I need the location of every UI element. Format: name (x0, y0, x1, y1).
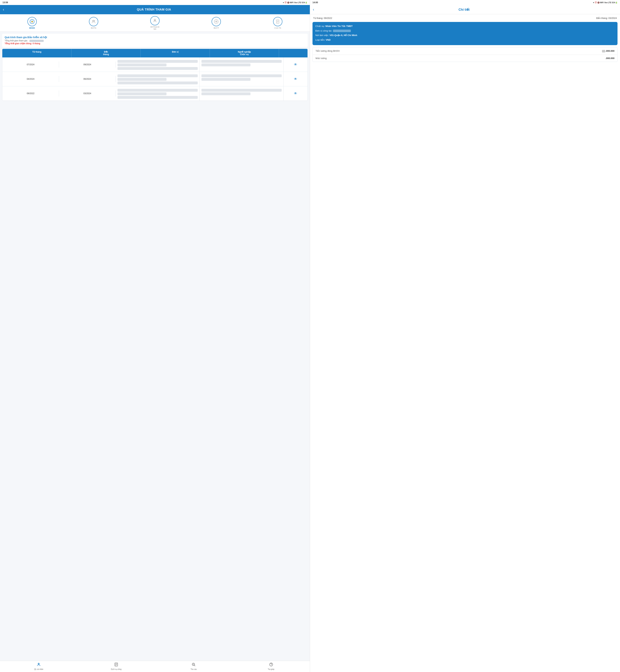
svg-point-20 (192, 663, 195, 666)
nav-tra-cuu[interactable]: Tra cứu (155, 662, 232, 670)
right-status-bar: 14:00 ♥ ⏰ 🔇 WiFi Voo LTE 51%🔋 (310, 0, 620, 5)
right-spacer (310, 346, 620, 672)
participation-table: Từ tháng Đếntháng Đơn vị Nghề nghiệpChức… (2, 49, 308, 101)
td-unit-3 (116, 86, 200, 101)
date-to: Đến tháng: 03/2024 (596, 17, 617, 19)
date-from: Từ tháng: 09/2022 (313, 17, 332, 19)
section-warning: Tổng thời gian chậm đóng: 0 tháng (5, 42, 305, 45)
td-job-1 (200, 57, 283, 72)
td-view-1[interactable]: 👁 (283, 61, 308, 68)
table-header: Từ tháng Đếntháng Đơn vị Nghề nghiệpChức… (2, 49, 308, 57)
tab-bhyt[interactable]: BHYT (186, 17, 247, 29)
svg-point-24 (271, 666, 271, 666)
detail-card: Chức vụ: Nhân Viên Tin Tức TMĐT Đơn vị c… (312, 22, 618, 45)
td-to-2: 06/2024 (59, 76, 116, 82)
back-button[interactable]: ‹ (3, 7, 4, 12)
nav-ql-ca-nhan[interactable]: QL cá nhân (0, 662, 78, 670)
tab-bhtn-icon-circle (89, 17, 98, 26)
bottom-nav-left: QL cá nhân Dịch vụ công Tra (0, 661, 310, 672)
svg-point-22 (193, 664, 194, 665)
left-header: ‹ QUÁ TRÌNH THAM GIA (0, 5, 310, 14)
nav-tra-cuu-label: Tra cứu (191, 668, 197, 670)
don-vi-row: Đơn vị công tác: (315, 29, 615, 33)
left-status-icons: ♥ ⏰ 🔇 WiFi Voo LTE 51%🔋 (283, 2, 307, 4)
don-vi-value-blurred (333, 30, 351, 32)
detail-page-title: Chi tiết (316, 8, 612, 12)
td-from-2: 04/2024 (2, 76, 59, 82)
bhxh-icon: 🤝 (30, 19, 35, 24)
table-row: 07/2024 09/2024 👁 (2, 57, 308, 72)
tabs-row: 🤝 BHXH BHTN (0, 14, 310, 32)
td-from-3: 09/2022 (2, 90, 59, 96)
td-from-1: 07/2024 (2, 61, 59, 67)
nav-dich-vu-cong[interactable]: Dịch vụ công (78, 662, 155, 670)
tra-cuu-icon (192, 662, 196, 668)
tab-c14ts-icon-circle (273, 17, 282, 26)
eye-icon-2[interactable]: 👁 (294, 77, 297, 81)
th-to: Đếntháng (71, 49, 141, 57)
salary-row-2: Mức lương .000.000 (313, 55, 617, 62)
bhtn-icon (91, 19, 96, 24)
right-time: 14:00 (312, 1, 318, 4)
tab-bhtn[interactable]: BHTN (63, 17, 124, 29)
right-header: ‹ Chi tiết (310, 5, 620, 14)
tab-bhxh-label: BHXH (30, 27, 35, 29)
loai-tien-value: VND (326, 39, 330, 41)
chuc-vu-label: Chức vụ: (315, 25, 325, 28)
salary-row-1: Tiền lương đóng BHXH .000.000 (313, 47, 617, 55)
left-time: 13:59 (2, 1, 8, 4)
tro-giup-icon (269, 662, 273, 668)
tab-bhtn-label: BHTN (91, 27, 96, 29)
tab-c14ts[interactable]: C14-TS (247, 17, 308, 29)
detail-back-button[interactable]: ‹ (313, 7, 314, 12)
content-area-left: Quá trình tham gia Bảo hiểm xã hội Tổng … (0, 32, 310, 661)
td-view-3[interactable]: 👁 (283, 90, 308, 97)
th-action (279, 49, 308, 57)
tab-bhyt-icon-circle (212, 17, 221, 26)
th-job: Nghề nghiệpChức vụ (210, 49, 279, 57)
left-phone: 13:59 ♥ ⏰ 🔇 WiFi Voo LTE 51%🔋 ‹ QUÁ TRÌN… (0, 0, 310, 672)
page-title: QUÁ TRÌNH THAM GIA (6, 8, 302, 11)
tab-bhxh-icon-circle: 🤝 (28, 17, 37, 26)
nav-ql-ca-nhan-label: QL cá nhân (34, 668, 43, 670)
tab-bhtnld[interactable]: BHTNLĐ-B NN (124, 16, 186, 30)
bhtnld-icon (152, 18, 157, 23)
dich-vu-cong-icon (114, 662, 118, 668)
loai-tien-label: Loại tiền: (315, 39, 326, 41)
tab-bhtnld-icon-circle (150, 16, 160, 25)
salary-blurred-prefix-1 (602, 50, 605, 52)
section-info: Quá trình tham gia Bảo hiểm xã hội Tổng … (2, 34, 308, 47)
ql-ca-nhan-icon (37, 662, 41, 668)
section-title: Quá trình tham gia Bảo hiểm xã hội (5, 36, 305, 39)
noi-lam-viec-value: V01-Quận 6, Hồ Chí Minh (329, 34, 357, 37)
noi-lam-viec-label: Nơi làm việc: (315, 34, 329, 37)
section-sub: Tổng thời gian tham gia: (5, 39, 305, 42)
td-to-1: 09/2024 (59, 61, 116, 67)
td-unit-1 (116, 57, 200, 72)
nav-tro-giup[interactable]: Trợ giúp (232, 662, 310, 670)
eye-icon-1[interactable]: 👁 (294, 63, 297, 66)
right-status-icons: ♥ ⏰ 🔇 WiFi Voo LTE 51%🔋 (593, 2, 618, 4)
td-view-2[interactable]: 👁 (283, 76, 308, 83)
td-to-3: 03/2024 (59, 90, 116, 96)
td-job-2 (200, 72, 283, 86)
svg-text:🤝: 🤝 (31, 21, 33, 23)
th-from: Từ tháng (2, 49, 71, 57)
right-phone: 14:00 ♥ ⏰ 🔇 WiFi Voo LTE 51%🔋 ‹ Chi tiết… (310, 0, 620, 672)
chuc-vu-row: Chức vụ: Nhân Viên Tin Tức TMĐT (315, 25, 615, 28)
tab-bhyt-label: BHYT (214, 27, 219, 29)
don-vi-label: Đơn vị công tác: (315, 30, 332, 32)
eye-icon-3[interactable]: 👁 (294, 92, 297, 95)
tab-c14ts-label: C14-TS (274, 27, 281, 29)
tab-bhxh[interactable]: 🤝 BHXH (1, 17, 63, 29)
salary-value-1: .000.000 (602, 50, 615, 52)
svg-point-15 (38, 663, 39, 664)
salary-label-2: Mức lương (315, 57, 326, 59)
total-time-blurred (30, 40, 44, 42)
td-unit-2 (116, 72, 200, 86)
date-range-row: Từ tháng: 09/2022 Đến tháng: 03/2024 (312, 17, 618, 19)
table-row: 04/2024 06/2024 👁 (2, 72, 308, 86)
td-job-3 (200, 86, 283, 101)
loai-tien-row: Loại tiền: VND (315, 38, 615, 42)
table-row: 09/2022 03/2024 👁 (2, 86, 308, 101)
